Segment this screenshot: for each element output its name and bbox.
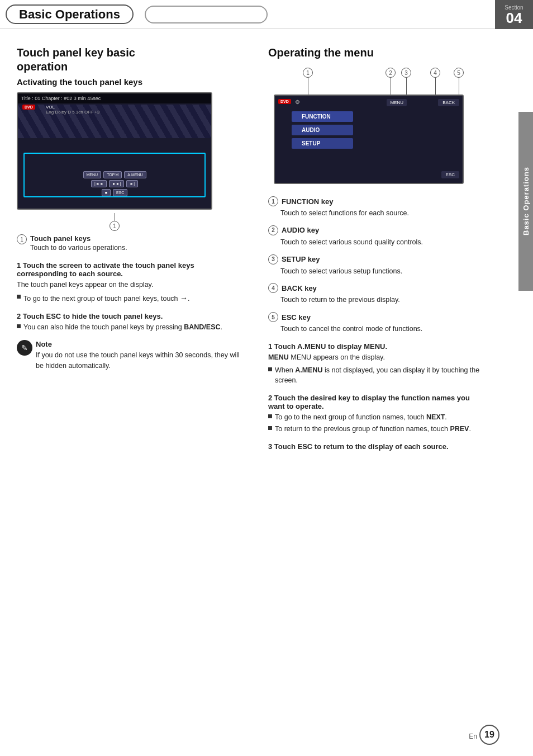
callout-4-circle: 4 [430, 68, 440, 78]
dvd-btn-next: ►►| [109, 180, 125, 187]
menu-items-list: FUNCTION AUDIO SETUP [292, 111, 353, 149]
menu-diagram: 1 2 3 4 [268, 68, 486, 191]
section-box: Section 04 [495, 0, 533, 29]
dvd-btn-row-3: ■ ESC [25, 189, 204, 196]
dvd-btn-amenu: A.MENU [124, 171, 146, 178]
bullet-square-r2a [268, 414, 272, 418]
step-1-bullet-text: To go to the next group of touch panel k… [23, 292, 190, 304]
next-bold: NEXT [426, 413, 445, 421]
left-column: Touch panel key basic operation Activati… [0, 35, 257, 464]
op-3-circle: 3 [268, 254, 278, 264]
op-2-circle: 2 [268, 225, 278, 235]
right-step-2-bullet-2: To return to the previous group of funct… [268, 424, 486, 434]
callout-3-line [406, 78, 407, 94]
op-item-2: 2 AUDIO key Touch to select various soun… [268, 225, 486, 248]
note-icon: ✎ [17, 340, 32, 356]
callout-5-arrow: 5 [454, 68, 464, 94]
right-step-2-bullet-1: To go to the next group of function name… [268, 412, 486, 423]
prev-bold: PREV [450, 425, 469, 433]
op-4-circle: 4 [268, 283, 278, 293]
bullet-square-r2b [268, 426, 272, 430]
section-num: 04 [506, 11, 522, 25]
dvd-btn-prev: |◄◄ [91, 180, 107, 187]
callout-1-desc: 1 Touch panel keys Touch to do various o… [17, 234, 244, 253]
dvd-screen: Title : 01 Chapter : #02 3 min 45sec DVD… [17, 92, 212, 210]
callout-1-body: Touch to do various operations. [30, 243, 127, 253]
dvd-btn-row-2: |◄◄ ►►| ►| [25, 180, 204, 187]
page-header: Basic Operations Section 04 [0, 0, 533, 29]
dvd-btn-row-1: MENU TOP.M A.MENU [25, 171, 204, 178]
callout-5-circle: 5 [454, 68, 464, 78]
note-title: Note [36, 340, 244, 348]
callout-arrow-area: 1 [17, 213, 212, 231]
op-item-4-desc: Touch to return to the previous display. [280, 295, 486, 305]
callout-1-arrow: 1 [303, 68, 313, 94]
right-step-1-bullet-text: When A.MENU is not displayed, you can di… [275, 365, 486, 386]
menu-setup-item: SETUP [292, 138, 353, 149]
menu-audio-item: AUDIO [292, 125, 353, 135]
callout-1-line [308, 78, 308, 94]
note-text: If you do not use the touch panel keys w… [36, 350, 244, 371]
dvd-btn-menu: MENU [83, 171, 102, 178]
left-sub-heading: Activating the touch panel keys [17, 77, 244, 87]
callout-2-circle: 2 [386, 68, 396, 78]
dvd-btn-topm: TOP.M [103, 171, 122, 178]
right-column: Operating the menu 1 2 3 [257, 35, 514, 464]
callout-num-1: 1 [110, 221, 120, 231]
step-1-body: The touch panel keys appear on the displ… [17, 280, 244, 290]
op-item-4: 4 BACK key Touch to return to the previo… [268, 283, 486, 305]
op-item-1: 1 FUNCTION key Touch to select functions… [268, 196, 486, 219]
op-item-3: 3 SETUP key Touch to select various setu… [268, 254, 486, 277]
op-item-3-title: 3 SETUP key [268, 254, 486, 264]
op-item-1-desc: Touch to select functions for each sourc… [280, 208, 486, 219]
op-item-3-desc: Touch to select various setup functions. [280, 266, 486, 277]
callout-3-arrow: 3 [401, 68, 411, 94]
right-step-1-body1: MENU MENU appears on the display. [268, 352, 486, 363]
header-oval [145, 6, 268, 23]
callout-1-circle: 1 [303, 68, 313, 78]
menu-dvd-logo: DVD [278, 99, 291, 104]
dvd-vol: VOL Eng Dolby D 5.1ch OFF +3 [46, 105, 99, 115]
menu-gear-icon: ⚙ [295, 99, 300, 105]
left-main-heading: Touch panel key basic operation [17, 46, 244, 74]
callout-num-1-inline: 1 [17, 234, 27, 244]
step-2-bullet: You can also hide the touch panel keys b… [17, 322, 244, 333]
op-item-5-title: 5 ESC key [268, 312, 486, 322]
band-esc-bold: BAND/ESC [184, 323, 220, 331]
right-main-heading: Operating the menu [268, 46, 486, 60]
callout-1-title: Touch panel keys [30, 234, 127, 243]
bullet-square-2 [17, 324, 21, 328]
right-step-2-heading: 2 Touch the desired key to display the f… [268, 394, 486, 410]
callout-list: 1 FUNCTION key Touch to select functions… [268, 196, 486, 334]
menu-screen: DVD ⚙ MENU BACK FUNCTION AUDIO SETUP ESC [274, 94, 464, 184]
callout-4-line [435, 78, 436, 94]
callout-line [115, 213, 115, 221]
step-2-bullet-text: You can also hide the touch panel keys b… [23, 322, 222, 333]
dvd-logo: DVD [22, 105, 35, 110]
dvd-btn-stop: ■ [102, 189, 111, 196]
arrow-symbol: → [180, 292, 188, 304]
menu-menu-btn: MENU [387, 99, 407, 106]
right-step-2-bullet-1-text: To go to the next group of function name… [275, 412, 447, 423]
right-step-2-bullet-2-text: To return to the previous group of funct… [275, 424, 471, 434]
menu-esc-btn: ESC [441, 171, 459, 178]
callout-4-arrow: 4 [430, 68, 440, 94]
op-item-4-title: 4 BACK key [268, 283, 486, 293]
op-item-2-title: 2 AUDIO key [268, 225, 486, 235]
step-1-bullet: To go to the next group of touch panel k… [17, 292, 244, 304]
dvd-btn-esc: ESC [113, 189, 127, 196]
menu-back-btn: BACK [438, 99, 459, 106]
callout-2-arrow: 2 [386, 68, 396, 94]
note-box: ✎ Note If you do not use the touch panel… [17, 340, 244, 371]
menu-bold: MENU [268, 353, 289, 361]
side-label: Basic Operations [518, 112, 533, 291]
amenu-bold: A.MENU [295, 366, 322, 374]
dvd-btn-play: ►| [126, 180, 138, 187]
op-item-5: 5 ESC key Touch to cancel the control mo… [268, 312, 486, 334]
op-5-circle: 5 [268, 312, 278, 322]
step-1-heading: 1 Touch the screen to activate the touch… [17, 261, 244, 278]
right-step-1-bullet: When A.MENU is not displayed, you can di… [268, 365, 486, 386]
menu-function-item: FUNCTION [292, 111, 353, 122]
dvd-buttons: MENU TOP.M A.MENU |◄◄ ►►| ►| ■ ESC [25, 171, 204, 196]
step-2-heading: 2 Touch ESC to hide the touch panel keys… [17, 312, 244, 320]
